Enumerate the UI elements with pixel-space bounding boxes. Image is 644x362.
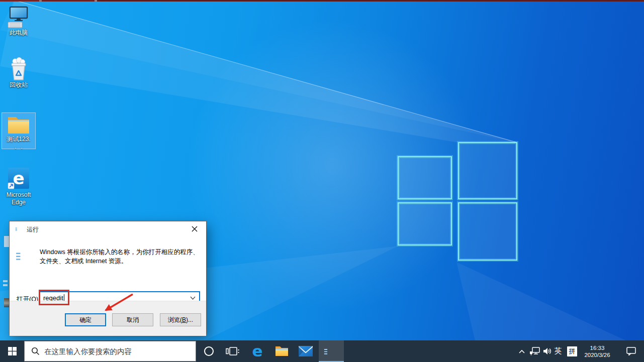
action-center-button[interactable] — [622, 340, 639, 362]
run-dialog: 运行 Windows 将根据你所输入的名称，为你打开相应的程序、 文件夹、文档或… — [9, 221, 207, 335]
speaker-icon — [543, 347, 551, 355]
desktop-icon-recycle-bin[interactable]: 回收站 — [0, 56, 37, 89]
ime-pinyin-icon: 拼 — [567, 346, 577, 356]
desktop-icon-test-folder[interactable]: 测试123. .. — [0, 114, 37, 151]
language-label: 英 — [555, 346, 562, 356]
icon-label: Microsoft — [0, 191, 37, 199]
dialog-body: Windows 将根据你所输入的名称，为你打开相应的程序、 文件夹、文档或 In… — [10, 236, 206, 301]
browse-button[interactable]: 浏览(B)... — [160, 313, 201, 326]
start-button[interactable] — [0, 340, 24, 362]
taskbar-search[interactable] — [24, 341, 196, 361]
taskbar-file-explorer-button[interactable] — [270, 340, 293, 362]
taskbar: e — [0, 340, 644, 362]
taskbar-edge-button[interactable]: e — [247, 340, 268, 362]
search-input[interactable] — [40, 347, 196, 355]
clock-time: 16:33 — [590, 344, 605, 351]
dialog-footer: 确定 取消 浏览(B)... — [10, 301, 206, 336]
task-view-button[interactable] — [221, 340, 243, 362]
obscured-desktop-icon-fragment — [4, 298, 9, 307]
icon-label: 此电脑 — [0, 29, 37, 37]
top-edge-window-artifact — [0, 0, 644, 2]
run-icon — [16, 248, 36, 264]
obscured-desktop-icon-fragment — [3, 280, 8, 282]
cancel-button[interactable]: 取消 — [112, 313, 153, 326]
clock-date: 2020/3/26 — [584, 351, 610, 358]
recycle-bin-icon — [8, 56, 30, 81]
action-center-icon — [626, 347, 636, 355]
run-icon — [324, 345, 339, 357]
edge-icon: e — [252, 343, 262, 359]
obscured-desktop-icon-fragment — [3, 284, 8, 286]
dialog-description-line1: Windows 将根据你所输入的名称，为你打开相应的程序、 — [40, 248, 201, 257]
taskbar-mail-button[interactable] — [295, 340, 317, 362]
file-explorer-icon — [275, 345, 289, 357]
this-pc-icon — [7, 6, 30, 29]
tray-ime-mode-button[interactable]: 拼 — [566, 340, 578, 362]
obscured-desktop-icon-fragment — [4, 236, 9, 247]
task-view-icon — [226, 346, 239, 356]
edge-shortcut-icon: e — [7, 167, 30, 191]
search-icon — [31, 347, 40, 355]
tray-network-button[interactable] — [528, 340, 541, 362]
icon-label: 回收站 — [0, 81, 37, 89]
folder-icon — [6, 114, 31, 136]
dialog-title: 运行 — [27, 225, 39, 234]
tray-clock[interactable]: 16:33 2020/3/26 — [579, 340, 615, 362]
icon-label: 测试123. — [0, 136, 37, 143]
taskbar-run-button-active[interactable] — [319, 340, 344, 362]
run-dialog-titlebar[interactable]: 运行 — [10, 221, 206, 236]
cortana-button[interactable] — [198, 340, 220, 362]
tray-language-indicator[interactable]: 英 — [551, 340, 565, 362]
chevron-up-icon — [518, 349, 525, 354]
run-icon — [15, 225, 24, 232]
windows-logo-icon — [8, 347, 17, 355]
close-button[interactable] — [183, 222, 206, 236]
close-icon — [192, 226, 198, 232]
desktop-icon-microsoft-edge[interactable]: e Microsoft Edge — [0, 167, 37, 206]
desktop-icon-this-pc[interactable]: 此电脑 — [0, 6, 37, 37]
dialog-description-line2: 文件夹、文档或 Internet 资源。 — [40, 257, 201, 266]
tray-chevron-button[interactable] — [516, 340, 528, 362]
mail-icon — [299, 346, 313, 356]
icon-label-line2: Edge — [0, 199, 37, 206]
cortana-circle-icon — [204, 346, 214, 356]
network-icon — [529, 347, 540, 355]
desktop: 此电脑 回收站 测试123. .. — [0, 0, 644, 362]
chevron-down-icon[interactable] — [190, 296, 196, 300]
icon-label-line2: .. — [0, 143, 37, 151]
svg-text:e: e — [13, 168, 24, 188]
ok-button[interactable]: 确定 — [65, 313, 106, 326]
